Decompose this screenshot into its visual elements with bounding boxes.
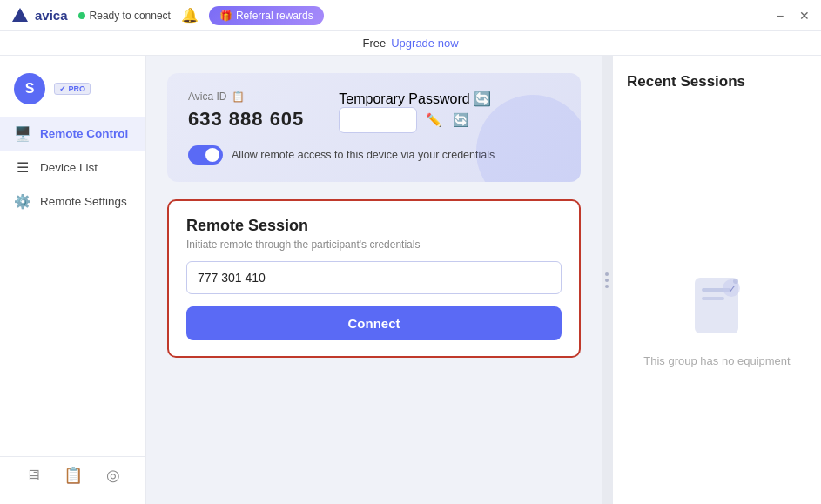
upgrade-link[interactable]: Upgrade now (391, 37, 458, 50)
info-icon[interactable]: 🔄 (474, 91, 491, 106)
logo: avica (10, 6, 68, 25)
sidebar-item-remote-settings[interactable]: ⚙️ Remote Settings (0, 185, 145, 218)
sidebar-item-label: Device List (40, 161, 98, 174)
temp-password-label: Temporary Password 🔄 (339, 91, 491, 107)
referral-button[interactable]: 🎁 Referral rewards (209, 6, 324, 25)
user-section: S ✓ PRO (0, 66, 145, 117)
status-badge: Ready to connect (78, 10, 171, 22)
title-bar-left: avica Ready to connect 🔔 🎁 Referral rewa… (10, 6, 324, 25)
avatar: S (14, 73, 45, 104)
svg-text:✓: ✓ (728, 283, 737, 295)
bell-icon[interactable]: 🔔 (181, 7, 199, 24)
connect-button[interactable]: Connect (186, 306, 562, 340)
panel-resizer[interactable] (602, 56, 612, 504)
sidebar-item-label: Remote Settings (40, 195, 127, 208)
id-row: Avica ID 📋 633 888 605 Temporary Passwor… (188, 91, 560, 133)
toggle-label: Allow remote access to this device via y… (232, 149, 495, 161)
empty-state-icon: ✓ (686, 271, 747, 340)
right-panel: Recent Sessions ✓ This group has no equi… (612, 56, 821, 504)
footer-settings-icon[interactable]: ◎ (106, 466, 120, 485)
resizer-dots (605, 272, 609, 288)
monitor-icon: 🖥️ (14, 125, 31, 142)
sidebar: S ✓ PRO 🖥️ Remote Control ☰ Device List … (0, 56, 146, 504)
avica-id-label: Avica ID 📋 (188, 91, 304, 103)
title-bar: avica Ready to connect 🔔 🎁 Referral rewa… (0, 0, 821, 31)
svg-rect-3 (702, 297, 724, 300)
temp-password-input[interactable] (339, 107, 417, 133)
avica-logo-icon (10, 6, 30, 25)
status-dot (78, 12, 85, 19)
status-text: Ready to connect (90, 10, 171, 22)
id-card: Avica ID 📋 633 888 605 Temporary Passwor… (167, 73, 581, 182)
refresh-password-icon[interactable]: 🔄 (451, 111, 471, 130)
footer-share-icon[interactable]: 📋 (64, 466, 83, 485)
session-id-input[interactable] (186, 261, 562, 294)
close-button[interactable]: ✕ (798, 10, 811, 22)
remote-session-title: Remote Session (186, 217, 562, 235)
empty-state: ✓ This group has no equipment (643, 151, 790, 487)
remote-session-card: Remote Session Initiate remote through t… (167, 199, 581, 358)
avica-id-value: 633 888 605 (188, 108, 304, 131)
logo-text: avica (35, 8, 68, 23)
title-bar-right: − ✕ (774, 10, 811, 22)
recent-sessions-title: Recent Sessions (627, 73, 745, 91)
top-bar: Free Upgrade now (0, 31, 821, 56)
content: Avica ID 📋 633 888 605 Temporary Passwor… (146, 56, 821, 504)
pro-badge: ✓ PRO (54, 83, 91, 95)
avica-id-section: Avica ID 📋 633 888 605 (188, 91, 304, 131)
access-toggle[interactable] (188, 145, 223, 165)
svg-marker-0 (12, 8, 28, 22)
svg-point-6 (733, 279, 738, 284)
center-panel: Avica ID 📋 633 888 605 Temporary Passwor… (146, 56, 602, 504)
empty-state-text: This group has no equipment (643, 354, 790, 367)
remote-session-desc: Initiate remote through the participant'… (186, 239, 562, 251)
access-toggle-row: Allow remote access to this device via y… (188, 145, 560, 165)
sidebar-item-remote-control[interactable]: 🖥️ Remote Control (0, 117, 145, 151)
sidebar-footer: 🖥 📋 ◎ (0, 456, 145, 494)
plan-label: Free (362, 37, 386, 50)
copy-icon[interactable]: 📋 (232, 91, 245, 103)
minimize-button[interactable]: − (774, 10, 786, 22)
sidebar-item-label: Remote Control (40, 127, 128, 140)
main-layout: S ✓ PRO 🖥️ Remote Control ☰ Device List … (0, 56, 821, 504)
footer-monitor-icon[interactable]: 🖥 (25, 467, 41, 485)
sidebar-item-device-list[interactable]: ☰ Device List (0, 151, 145, 185)
edit-password-icon[interactable]: ✏️ (424, 111, 444, 130)
gear-icon: ⚙️ (14, 193, 31, 210)
referral-label: Referral rewards (236, 10, 313, 22)
list-icon: ☰ (14, 159, 31, 176)
temp-password-section: Temporary Password 🔄 ✏️ 🔄 (339, 91, 491, 133)
